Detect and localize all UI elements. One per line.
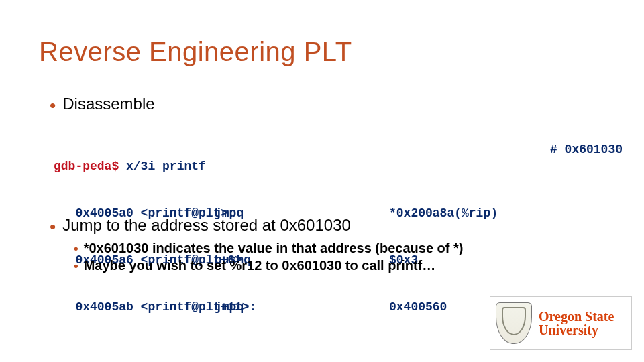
code-comment: # 0x601030: [550, 143, 623, 156]
bullet-dot-icon: •: [74, 259, 78, 274]
osu-logo: Oregon State University: [490, 296, 632, 350]
slide: Reverse Engineering PLT • Disassemble gd…: [0, 0, 644, 362]
osu-line2: University: [539, 323, 614, 337]
bullet-text: *0x601030 indicates the value in that ad…: [84, 241, 464, 256]
bullet-text: Jump to the address stored at 0x601030: [62, 216, 351, 235]
osu-line1: Oregon State: [539, 310, 614, 323]
disasm-addr: 0x4005ab <printf@plt+11>:: [54, 300, 215, 315]
bullet-jump: • Jump to the address stored at 0x601030: [50, 216, 351, 235]
sub-bullet-r12: • Maybe you wish to set %r12 to 0x601030…: [74, 258, 435, 274]
code-prompt-line: gdb-peda$ x/3i printf: [54, 159, 498, 174]
osu-shield-icon: [496, 302, 532, 344]
gdb-command: x/3i printf: [119, 160, 206, 173]
osu-wordmark: Oregon State University: [539, 310, 614, 337]
bullet-text: Disassemble: [62, 95, 154, 113]
gdb-prompt: gdb-peda$: [54, 160, 119, 173]
bullet-dot-icon: •: [74, 241, 78, 256]
slide-title: Reverse Engineering PLT: [39, 37, 352, 67]
disasm-row: 0x4005ab <printf@plt+11>:jmpq0x400560: [54, 300, 498, 315]
bullet-disassemble: • Disassemble: [50, 95, 155, 113]
disasm-arg: 0x400560: [389, 300, 447, 315]
disasm-op: jmpq: [215, 300, 389, 315]
bullet-dot-icon: •: [50, 97, 56, 114]
bullet-text: Maybe you wish to set %r12 to 0x601030 t…: [84, 258, 436, 274]
disasm-arg: *0x200a8a(%rip): [389, 206, 498, 221]
code-block: gdb-peda$ x/3i printf 0x4005a0 <printf@p…: [54, 127, 498, 347]
bullet-dot-icon: •: [50, 218, 56, 235]
sub-bullet-deref: • *0x601030 indicates the value in that …: [74, 241, 463, 256]
